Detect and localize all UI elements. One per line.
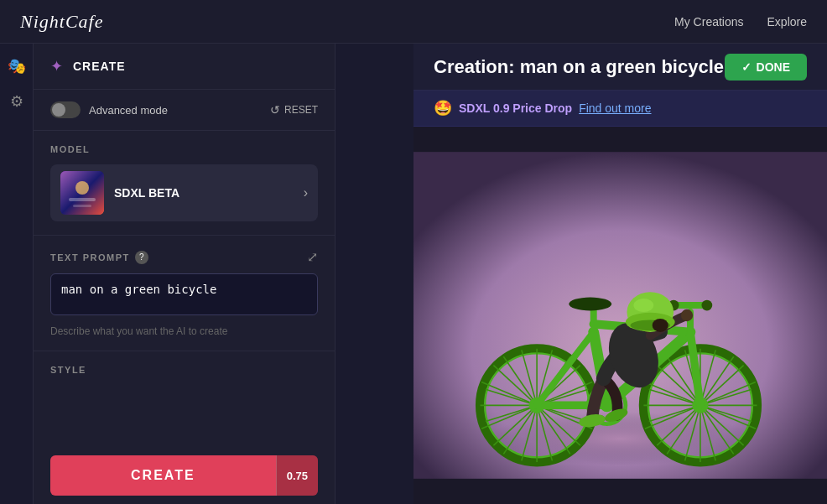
model-arrow-icon: › bbox=[304, 185, 308, 200]
app-logo: NightCafe bbox=[20, 11, 103, 33]
creation-title: Creation: man on a green bicycle bbox=[434, 56, 724, 78]
generated-image-area bbox=[414, 127, 827, 504]
prompt-expand-icon[interactable]: ⤢ bbox=[307, 249, 318, 265]
done-check-icon: ✓ bbox=[741, 60, 752, 74]
model-selector[interactable]: SDXL BETA › bbox=[50, 164, 318, 221]
find-out-more-link[interactable]: Find out more bbox=[579, 101, 651, 115]
sidebar-header: ✦ CREATE bbox=[34, 44, 335, 90]
content-header: Creation: man on a green bicycle ✓ DONE bbox=[414, 44, 827, 91]
svg-rect-3 bbox=[73, 205, 91, 207]
advanced-mode-row: Advanced mode ↺ RESET bbox=[34, 90, 335, 131]
model-left: SDXL BETA bbox=[60, 171, 179, 215]
sidebar-panel: ✦ CREATE Advanced mode ↺ RESET MODEL bbox=[34, 44, 335, 504]
style-section-label: STYLE bbox=[50, 365, 318, 375]
create-button-label: CREATE bbox=[50, 468, 276, 483]
advanced-mode-label: Advanced mode bbox=[89, 104, 168, 117]
price-drop-banner: 🤩 SDXL 0.9 Price Drop Find out more bbox=[414, 91, 827, 127]
svg-rect-2 bbox=[69, 198, 96, 201]
nav-my-creations[interactable]: My Creations bbox=[674, 15, 743, 29]
settings-icon[interactable]: ⚙ bbox=[10, 92, 23, 111]
prompt-header: TEXT PROMPT ? ⤢ bbox=[50, 249, 318, 265]
svg-point-59 bbox=[633, 299, 653, 312]
prompt-hint: Describe what you want the AI to create bbox=[50, 325, 318, 337]
svg-point-45 bbox=[702, 300, 713, 311]
content-area: Creation: man on a green bicycle ✓ DONE … bbox=[414, 44, 827, 504]
generated-image-svg bbox=[414, 127, 827, 504]
prompt-input[interactable]: man on a green bicycle bbox=[50, 273, 318, 315]
model-name: SDXL BETA bbox=[114, 186, 179, 200]
nav-links: My Creations Explore bbox=[674, 15, 807, 29]
svg-point-1 bbox=[75, 181, 89, 195]
create-button[interactable]: CREATE 0.75 bbox=[50, 455, 318, 496]
face-icon[interactable]: 🎭 bbox=[8, 57, 26, 75]
create-icon: ✦ bbox=[50, 57, 63, 75]
prompt-label-row: TEXT PROMPT ? bbox=[50, 251, 148, 264]
nav-explore[interactable]: Explore bbox=[767, 15, 807, 29]
style-section: STYLE bbox=[34, 351, 335, 392]
svg-point-60 bbox=[653, 319, 668, 332]
reset-button[interactable]: ↺ RESET bbox=[270, 103, 318, 117]
prompt-section: TEXT PROMPT ? ⤢ man on a green bicycle D… bbox=[34, 236, 335, 351]
top-navigation: NightCafe My Creations Explore bbox=[0, 0, 827, 44]
svg-point-47 bbox=[569, 298, 611, 311]
done-label: DONE bbox=[757, 60, 790, 74]
svg-point-54 bbox=[681, 309, 693, 321]
model-section-label: MODEL bbox=[50, 144, 318, 154]
toggle-thumb bbox=[52, 103, 65, 117]
done-button[interactable]: ✓ DONE bbox=[725, 54, 807, 81]
main-layout: 🎭 ⚙ ✦ CREATE Advanced mode ↺ RES bbox=[0, 44, 827, 504]
advanced-left: Advanced mode bbox=[50, 101, 168, 118]
banner-emoji: 🤩 bbox=[434, 99, 452, 117]
sidebar-title: CREATE bbox=[73, 60, 126, 73]
banner-text: SDXL 0.9 Price Drop bbox=[459, 101, 572, 115]
left-icon-bar: 🎭 ⚙ bbox=[0, 44, 34, 504]
model-section: MODEL bbox=[34, 131, 335, 236]
create-button-cost: 0.75 bbox=[276, 455, 318, 496]
reset-label: RESET bbox=[284, 104, 318, 116]
create-bar: CREATE 0.75 bbox=[34, 447, 335, 504]
advanced-mode-toggle[interactable] bbox=[50, 101, 81, 118]
model-thumbnail bbox=[60, 171, 104, 215]
sidebar-container: 🎭 ⚙ ✦ CREATE Advanced mode ↺ RES bbox=[0, 44, 414, 504]
prompt-section-label: TEXT PROMPT bbox=[50, 252, 130, 262]
reset-icon: ↺ bbox=[270, 103, 280, 117]
prompt-help-icon[interactable]: ? bbox=[135, 251, 148, 264]
